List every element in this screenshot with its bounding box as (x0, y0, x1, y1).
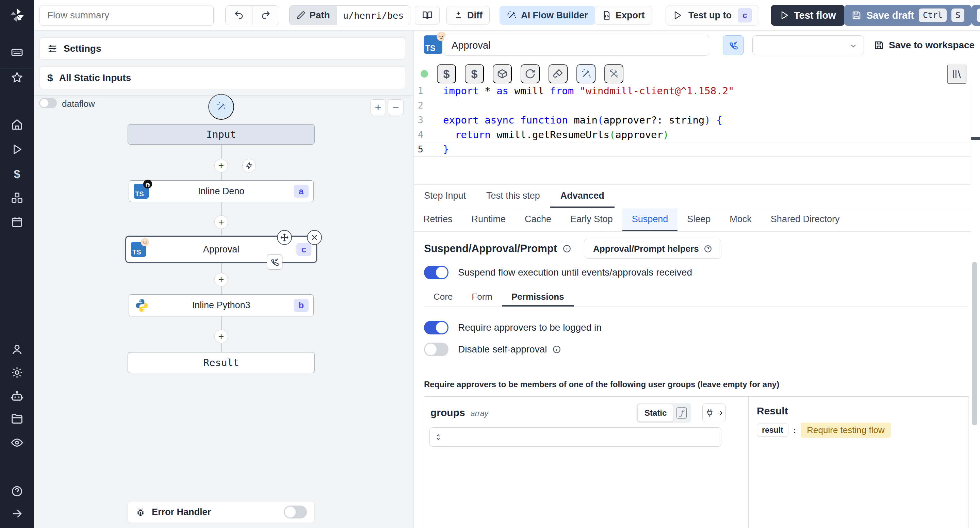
dataflow-toggle[interactable] (39, 98, 57, 108)
move-node-button[interactable] (277, 230, 292, 245)
package-button[interactable] (493, 64, 512, 83)
code-line[interactable]: 1import * as wmill from "windmill-client… (414, 83, 971, 98)
suspend-flow-toggle[interactable] (424, 266, 449, 279)
code-line[interactable]: 2 (414, 98, 971, 113)
javascript-mode-option[interactable]: ƒ (673, 404, 690, 421)
pencil-icon (296, 11, 305, 20)
node-label: Inline Python3 (192, 300, 250, 311)
approval-prompt-helpers-button[interactable]: Approval/Prompt helpers (584, 239, 721, 259)
all-static-inputs-button[interactable]: $ All Static Inputs (40, 66, 405, 89)
tab-cache[interactable]: Cache (515, 208, 561, 231)
save-to-workspace-button[interactable]: Save to workspace (874, 30, 975, 60)
tab-sleep[interactable]: Sleep (678, 208, 720, 231)
sidebar-item-runs[interactable] (0, 138, 34, 160)
docs-button[interactable] (415, 6, 440, 25)
tab-form[interactable]: Form (462, 288, 502, 307)
tab-suspend[interactable]: Suspend (622, 208, 678, 231)
result-key-chip[interactable]: result (757, 423, 788, 437)
error-handler-row[interactable]: Error Handler (127, 501, 315, 523)
tab-mock[interactable]: Mock (720, 208, 761, 231)
sidebar-item-favorites[interactable] (0, 67, 34, 89)
sidebar-item-audit-logs[interactable] (0, 432, 34, 453)
reload-button[interactable] (520, 64, 540, 83)
insert-variable-button[interactable]: $ (437, 64, 456, 83)
diff-button[interactable]: Diff (447, 6, 490, 25)
tab-shared-directory[interactable]: Shared Directory (761, 208, 850, 231)
sidebar-item-resources[interactable] (0, 187, 34, 209)
export-button[interactable]: Export (595, 6, 652, 25)
code-line[interactable]: 3export async function main(approver?: s… (414, 113, 971, 127)
sidebar-item-help[interactable] (0, 480, 34, 502)
flow-summary-input[interactable] (40, 5, 214, 25)
ai-assist-button[interactable] (576, 64, 595, 83)
suspend-phone-indicator (267, 254, 282, 270)
insert-step-button[interactable]: + (215, 215, 228, 229)
path-chip[interactable]: Path u/henri/bes (289, 5, 410, 25)
script-version-select[interactable] (752, 35, 864, 55)
undo-redo-group (225, 5, 279, 25)
format-code-button[interactable] (549, 64, 568, 83)
test-flow-button[interactable]: Test flow (771, 5, 845, 26)
tab-early-stop[interactable]: Early Stop (561, 208, 622, 231)
function-icon: ƒ (676, 407, 687, 419)
flow-node-input[interactable]: Input (127, 124, 315, 145)
require-login-toggle[interactable] (424, 321, 449, 334)
windmill-logo[interactable] (0, 0, 34, 30)
ai-disabled-button[interactable] (605, 64, 624, 83)
step-name-input[interactable] (444, 35, 709, 56)
test-up-to-button[interactable]: Test up to c (666, 5, 759, 25)
flow-node-inline-deno[interactable]: TS Inline Deno a (129, 180, 314, 202)
delete-node-button[interactable] (307, 230, 322, 245)
deno-icon (143, 180, 152, 188)
insert-step-button[interactable]: + (215, 330, 228, 343)
groups-array-input[interactable] (430, 427, 721, 447)
editor-scrollbar-track[interactable] (971, 83, 971, 184)
zoom-out-button[interactable]: − (388, 99, 404, 115)
info-icon[interactable] (563, 244, 571, 253)
tab-advanced[interactable]: Advanced (550, 185, 614, 208)
sidebar-item-worker-groups[interactable] (0, 385, 34, 407)
sidebar-item-apps[interactable] (0, 41, 34, 63)
disable-self-approval-toggle[interactable] (424, 343, 449, 356)
flow-node-result[interactable]: Result (127, 352, 315, 373)
flow-node-inline-python3[interactable]: Inline Python3 b (129, 294, 314, 316)
connect-input-button[interactable] (702, 404, 726, 422)
tab-retries[interactable]: Retries (414, 208, 462, 231)
save-draft-button[interactable]: Save draft Ctrl S (844, 5, 972, 26)
flow-settings-button[interactable]: Settings (40, 37, 405, 60)
ai-flow-builder-button[interactable]: AI Flow Builder (500, 6, 595, 25)
info-icon[interactable] (552, 345, 561, 354)
sidebar-item-folders[interactable] (0, 408, 34, 430)
test-up-to-step-badge: c (738, 8, 752, 22)
suspend-step-indicator-button[interactable] (723, 35, 744, 55)
redo-button[interactable] (252, 6, 279, 25)
sidebar-item-variables[interactable]: $ (0, 163, 34, 185)
insert-step-button[interactable]: + (215, 273, 228, 286)
tab-runtime[interactable]: Runtime (462, 208, 515, 231)
sidebar-item-settings[interactable] (0, 362, 34, 383)
library-button[interactable] (947, 65, 966, 84)
error-handler-toggle[interactable] (284, 506, 307, 518)
sidebar-item-workers[interactable] (0, 339, 34, 360)
sidebar-collapse-button[interactable] (0, 503, 34, 525)
insert-resource-button[interactable]: $ (465, 64, 484, 83)
sidebar-item-home[interactable] (0, 114, 34, 135)
sidebar-item-schedules[interactable] (0, 211, 34, 233)
static-mode-option[interactable]: Static (638, 404, 673, 421)
undo-button[interactable] (226, 6, 252, 25)
deploy-button-partial[interactable] (972, 5, 980, 26)
insert-trigger-button[interactable] (242, 159, 256, 172)
code-line[interactable]: 4 return wmill.getResumeUrls(approver) (414, 127, 971, 142)
tab-permissions[interactable]: Permissions (502, 288, 574, 307)
code-line[interactable]: 5} (414, 142, 971, 156)
window-scrollbar-thumb[interactable] (972, 262, 977, 425)
tab-step-input[interactable]: Step Input (414, 185, 476, 208)
tab-test-this-step[interactable]: Test this step (476, 185, 550, 208)
tab-core[interactable]: Core (424, 288, 462, 307)
sliders-icon (47, 43, 57, 54)
code-editor[interactable]: 1import * as wmill from "windmill-client… (414, 83, 971, 184)
insert-step-button[interactable]: + (215, 159, 228, 172)
play-icon (11, 143, 23, 155)
zoom-in-button[interactable]: + (370, 99, 386, 115)
ai-assistant-button[interactable] (208, 94, 234, 120)
